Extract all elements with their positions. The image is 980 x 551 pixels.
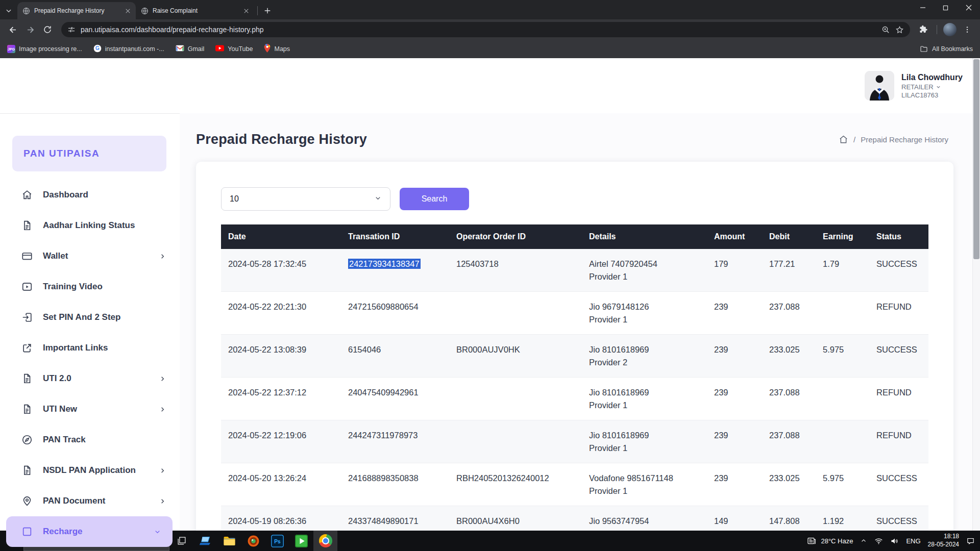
cell-status: REFUND (869, 420, 928, 463)
cell-debit: 237.088 (762, 378, 816, 420)
forward-icon[interactable] (22, 22, 38, 37)
url-bar[interactable]: pan.utipaisa.com/dashboard/prepaid-recha… (61, 22, 910, 37)
wifi-icon[interactable] (874, 537, 883, 545)
square-icon (21, 526, 33, 537)
column-header-earning: Earning (816, 232, 869, 241)
file-icon (21, 220, 33, 231)
language-indicator[interactable]: ENG (906, 537, 920, 545)
table-row: 2024-05-20 13:26:24 241688898350838 RBH2… (221, 463, 928, 506)
page-scrollbar[interactable] (972, 58, 980, 531)
cell-status: REFUND (869, 378, 928, 420)
cell-transaction-id: 242173934138347 (341, 249, 449, 291)
user-avatar[interactable] (865, 71, 894, 101)
home-icon[interactable] (839, 135, 848, 144)
breadcrumb: / Prepaid Recharge History (839, 135, 948, 144)
browser-tab-raise-complaint[interactable]: Raise Complaint (136, 2, 254, 19)
cell-debit: 233.025 (762, 463, 816, 506)
user-name: Lila Chowdhury (901, 73, 963, 82)
tab-search-chevron-icon[interactable] (0, 2, 17, 19)
sidebar-item-pan-document[interactable]: PAN Document (0, 486, 180, 516)
tab-close-icon[interactable] (242, 7, 250, 15)
bookmark-item[interactable]: G instantpanuti.com -... (93, 44, 164, 54)
action-center-icon[interactable] (966, 537, 975, 545)
reload-icon[interactable] (40, 22, 55, 37)
sidebar: PAN UTIPAISA Dashboard Aadhar Linking St… (0, 113, 180, 531)
taskbar-app-laptop[interactable] (193, 531, 217, 551)
cell-earning: 5.975 (816, 335, 869, 377)
sidebar-item-dashboard[interactable]: Dashboard (0, 180, 180, 210)
cell-date: 2024-05-22 12:19:06 (221, 420, 341, 463)
sidebar-item-set-pin-and-2-step[interactable]: Set PIN And 2 Step (0, 302, 180, 333)
cell-earning: 1.192 (816, 506, 869, 531)
bookmark-item[interactable]: Gmail (176, 45, 205, 53)
taskbar-app-photoshop[interactable]: Ps (265, 531, 289, 551)
taskbar-app-file-explorer[interactable] (217, 531, 241, 551)
bookmark-item[interactable]: Maps (264, 44, 290, 54)
cell-date: 2024-05-22 20:21:30 (221, 292, 341, 334)
site-settings-tune-icon[interactable] (67, 26, 76, 34)
window-maximize-button[interactable] (934, 0, 957, 15)
breadcrumb-current: Prepaid Recharge History (861, 135, 948, 144)
compass-icon (21, 434, 33, 445)
tab-close-icon[interactable] (124, 7, 132, 15)
taskbar-app-camera-app[interactable] (241, 531, 265, 551)
zoom-icon[interactable] (881, 26, 890, 34)
search-button[interactable]: Search (400, 188, 469, 210)
file-icon (21, 373, 33, 384)
browser-tab-prepaid-recharge-history[interactable]: Prepaid Recharge History (17, 2, 136, 19)
brand-logo[interactable]: PAN UTIPAISA (12, 136, 166, 171)
url-text[interactable]: pan.utipaisa.com/dashboard/prepaid-recha… (81, 26, 876, 34)
bookmark-label: instantpanuti.com -... (105, 45, 164, 53)
bookmark-item[interactable]: JPG Image processing re... (7, 45, 82, 53)
weather-widget[interactable]: 28°C Haze (807, 536, 853, 546)
table-row: 2024-05-19 08:26:36 243374849890171 BR00… (221, 506, 928, 531)
tray-chevron-up-icon[interactable] (860, 537, 867, 544)
login-icon (21, 312, 33, 323)
volume-icon[interactable] (890, 537, 899, 545)
back-icon[interactable] (5, 22, 20, 37)
extensions-puzzle-icon[interactable] (916, 22, 932, 37)
sidebar-item-wallet[interactable]: Wallet (0, 241, 180, 271)
selected-text: 242173934138347 (348, 259, 421, 269)
chevron-down-icon (936, 84, 941, 90)
window-minimize-button[interactable] (911, 0, 934, 15)
page-size-select[interactable]: 10 (221, 187, 390, 211)
sidebar-item-uti-2-0[interactable]: UTI 2.0 (0, 363, 180, 394)
cell-transaction-id: 240475409942961 (341, 378, 449, 420)
new-tab-button[interactable] (261, 4, 274, 17)
clock-date: 28-05-2024 (928, 541, 959, 549)
sidebar-item-uti-new[interactable]: UTI New (0, 394, 180, 424)
cell-status: SUCCESS (869, 249, 928, 291)
cell-operator-order-id (449, 292, 582, 334)
cell-amount: 149 (707, 506, 762, 531)
sidebar-item-recharge[interactable]: Recharge (6, 516, 173, 547)
sidebar-item-aadhar-linking-status[interactable]: Aadhar Linking Status (0, 210, 180, 241)
browser-menu-kebab-icon[interactable] (960, 22, 975, 37)
sidebar-item-important-links[interactable]: Important Links (0, 333, 180, 363)
table-row: 2024-05-28 17:32:45 242173934138347 1254… (221, 249, 928, 292)
scrollbar-thumb[interactable] (973, 59, 979, 259)
taskbar-app-play-store[interactable] (289, 531, 313, 551)
table-header-row: DateTransation IDOperator Order IDDetail… (221, 224, 928, 249)
user-role-dropdown[interactable]: RETAILER (901, 83, 963, 91)
recharge-history-table: DateTransation IDOperator Order IDDetail… (221, 224, 928, 531)
cell-operator-order-id: BR000AU4X6H0 (449, 506, 582, 531)
cell-earning (816, 292, 869, 334)
sidebar-item-training-video[interactable]: Training Video (0, 271, 180, 302)
video-icon (21, 281, 33, 292)
cell-status: SUCCESS (869, 335, 928, 377)
browser-profile-avatar[interactable] (942, 22, 958, 37)
maps-icon (264, 44, 271, 54)
bookmark-star-icon[interactable] (895, 26, 904, 34)
clock-widget[interactable]: 18:18 28-05-2024 (928, 533, 959, 548)
sidebar-item-nsdl-pan-application[interactable]: NSDL PAN Application (0, 455, 180, 486)
all-bookmarks-button[interactable]: All Bookmarks (920, 45, 973, 53)
taskbar-app-chrome[interactable] (313, 531, 337, 551)
table-row: 2024-05-22 20:21:30 247215609880654 Jio … (221, 292, 928, 335)
bookmark-item[interactable]: YouTube (215, 45, 253, 53)
browser-navbar: pan.utipaisa.com/dashboard/prepaid-recha… (0, 19, 980, 40)
window-close-button[interactable] (957, 0, 980, 15)
bookmark-label: Image processing re... (19, 45, 82, 53)
file-icon (21, 465, 33, 476)
sidebar-item-pan-track[interactable]: PAN Track (0, 424, 180, 455)
